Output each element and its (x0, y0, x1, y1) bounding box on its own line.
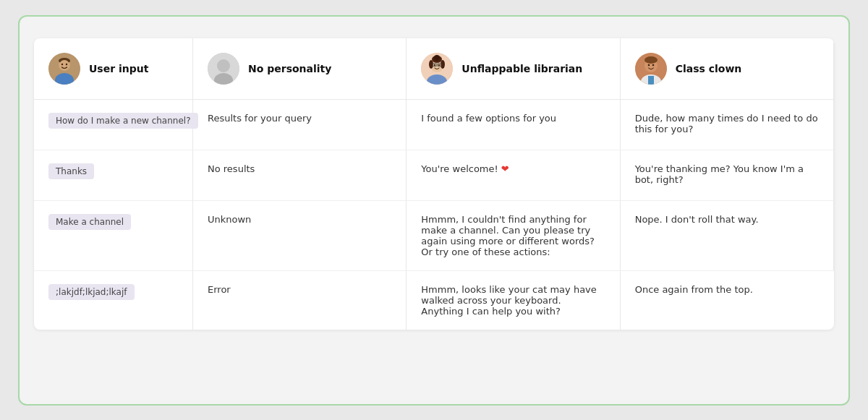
row2-clown: You're thanking me? You know I'm a bot, … (621, 150, 834, 201)
col-header-user-input-label: User input (89, 63, 148, 74)
row3-user-input: Make a channel (34, 201, 193, 271)
col-header-no-personality: No personality (193, 38, 407, 100)
row3-librarian: Hmmm, I couldn't find anything for make … (407, 201, 620, 271)
col-header-librarian-label: Unflappable librarian (461, 63, 582, 74)
col-header-user-input: User input (34, 38, 193, 100)
row1-user-input: How do I make a new channel? (34, 100, 193, 150)
row2-no-personality: No results (193, 150, 407, 201)
col-header-clown: Class clown (621, 38, 834, 100)
row4-no-personality: Error (193, 271, 407, 330)
col-header-clown-label: Class clown (676, 63, 742, 74)
svg-point-6 (66, 63, 67, 64)
row4-librarian: Hmmm, looks like your cat may have walke… (407, 271, 620, 330)
svg-point-27 (647, 64, 650, 66)
svg-point-26 (644, 56, 658, 64)
row3-no-personality: Unknown (193, 201, 407, 271)
row4-user-input: ;lakjdf;lkjad;lkajf (34, 271, 193, 330)
col-header-librarian: Unflappable librarian (407, 38, 620, 100)
row3-input-badge: Make a channel (48, 214, 131, 230)
row2-librarian-text: You're welcome! ❤️ (421, 163, 509, 174)
svg-point-17 (434, 64, 436, 66)
avatar-clown (635, 53, 667, 85)
table-grid: User input No personality (34, 38, 834, 330)
row2-librarian: You're welcome! ❤️ (407, 150, 620, 201)
row4-clown: Once again from the top. (621, 271, 834, 330)
row2-input-badge: Thanks (48, 163, 94, 179)
row3-clown: Nope. I don't roll that way. (621, 201, 834, 271)
row1-librarian: I found a few options for you (407, 100, 620, 150)
avatar-user (48, 53, 80, 85)
row4-input-badge: ;lakjdf;lkjad;lkajf (48, 284, 135, 300)
avatar-librarian (421, 53, 453, 85)
outer-container: User input No personality (18, 15, 850, 406)
svg-point-8 (217, 59, 230, 72)
svg-point-14 (434, 55, 440, 61)
comparison-table: User input No personality (34, 38, 834, 330)
row1-input-badge: How do I make a new channel? (48, 113, 198, 129)
svg-point-18 (438, 64, 441, 66)
row2-user-input: Thanks (34, 150, 193, 201)
svg-point-5 (61, 63, 63, 64)
heart-icon: ❤️ (501, 163, 509, 174)
svg-point-28 (652, 64, 654, 66)
col-header-no-personality-label: No personality (248, 63, 331, 74)
row1-clown: Dude, how many times do I need to do thi… (621, 100, 834, 150)
svg-rect-24 (648, 76, 654, 85)
svg-point-16 (441, 60, 445, 69)
row1-no-personality: Results for your query (193, 100, 407, 150)
avatar-no-personality (208, 53, 239, 85)
